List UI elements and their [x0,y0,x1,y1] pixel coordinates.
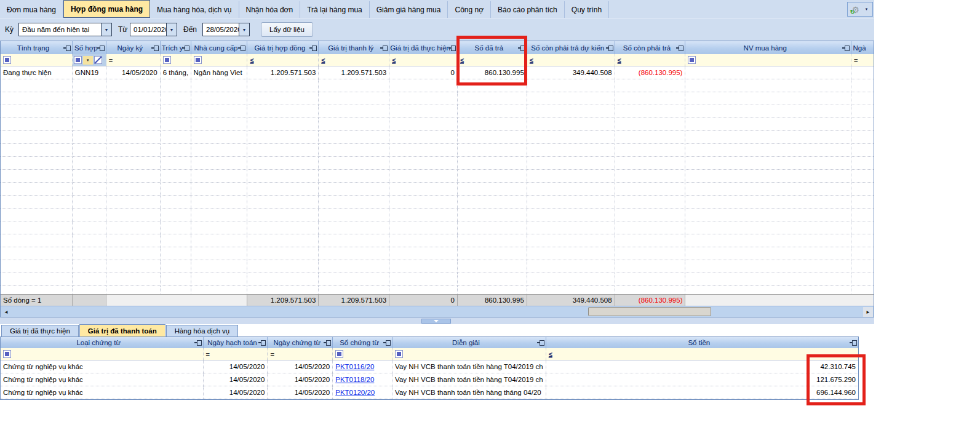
tab-cong-no[interactable]: Công nợ [448,1,491,18]
tab-giam-gia-hang-mua[interactable]: Giảm giá hàng mua [370,1,448,18]
pushpin-icon[interactable] [676,46,683,50]
pushpin-icon[interactable] [238,46,245,50]
horizontal-scrollbar[interactable]: ◄ ► [1,306,874,317]
column-header-gia-tri-thanh-ly[interactable]: Giá trị thanh lý [319,41,389,54]
column-header-gia-tri-hop-dong[interactable]: Giá trị hợp đồng [247,41,319,54]
filter-cell-so-con-phai-tra-du-kien[interactable]: ≤ [527,54,615,66]
filter-cell-tinh-trang[interactable] [1,54,73,66]
column-header-nha-cung-cap[interactable]: Nhà cung cấp [191,41,248,54]
pushpin-icon[interactable] [182,46,189,50]
column-header-so-con-phai-tra[interactable]: Số còn phải trả [615,41,686,54]
chevron-down-icon[interactable]: ▼ [239,23,249,36]
filter-cell-so-con-phai-tra[interactable]: ≤ [615,54,686,66]
tab-tra-lai-hang-mua[interactable]: Trả lại hàng mua [300,1,370,18]
document-link[interactable]: PKT0116/20 [335,363,374,370]
equals-operator-icon[interactable]: = [109,57,113,64]
tab-quy-trinh[interactable]: Quy trình [565,1,609,18]
pushpin-icon[interactable] [448,46,455,50]
lte-operator-icon[interactable]: ≤ [392,57,396,64]
column-header-so-tien[interactable]: Số tiền [546,337,858,348]
arrow-left-icon[interactable]: ◄ [1,307,11,317]
arrow-right-icon[interactable]: ► [863,307,873,317]
chevron-down-icon[interactable]: ▼ [166,23,177,36]
lte-operator-icon[interactable]: ≤ [321,57,325,64]
column-header-gia-tri-da-thuc-hien[interactable]: Giá trị đã thực hiện [389,41,458,54]
pushpin-icon[interactable] [606,46,613,50]
scrollbar-thumb[interactable] [588,307,711,316]
filter-cell-ngay-hach-toan[interactable]: = [204,348,268,360]
filter-cell-ngay-chung-tu[interactable]: = [268,348,333,360]
column-header-trich-yeu[interactable]: Trích y [161,41,191,54]
pane-splitter[interactable] [0,317,874,324]
filter-cell-so-hop-dong[interactable]: ▼ [73,54,106,66]
filter-cell-ngay-ky[interactable]: = [106,54,161,66]
contract-row[interactable]: Đang thực hiện GNN19 14/05/2020 6 tháng,… [1,66,874,79]
tab-hang-hoa-dich-vu[interactable]: Hàng hóa dịch vụ [166,325,239,336]
tab-bao-cao-phan-tich[interactable]: Báo cáo phân tích [491,1,565,18]
filter-cell-trich-yeu[interactable] [161,54,191,66]
pushpin-icon[interactable] [258,340,265,345]
column-header-tinh-trang[interactable]: Tình trạng [1,41,73,54]
payment-row[interactable]: Chứng từ nghiệp vụ khác 14/05/2020 14/05… [1,373,858,386]
tab-mua-hang-hoa-dich-vu[interactable]: Mua hàng hóa, dịch vụ [150,1,239,18]
filter-cell-so-chung-tu[interactable] [333,348,392,360]
filter-checkbox-icon[interactable] [335,350,343,358]
edit-filter-icon[interactable] [94,56,102,64]
from-date-picker[interactable]: 01/01/2020 ▼ [130,23,177,36]
load-data-button[interactable]: Lấy dữ liệu [261,22,313,37]
filter-cell-nha-cung-cap[interactable] [191,54,248,66]
pushpin-icon[interactable] [380,46,387,50]
filter-cell-gia-tri-da-thuc-hien[interactable]: ≤ [389,54,458,66]
pushpin-icon[interactable] [324,340,330,345]
payment-row[interactable]: Chứng từ nghiệp vụ khác 14/05/2020 14/05… [1,360,858,373]
column-header-so-hop-dong[interactable]: Số hợp [73,41,106,54]
column-header-ngay[interactable]: Ngà [851,41,874,54]
pushpin-icon[interactable] [850,340,856,345]
equals-operator-icon[interactable]: = [206,351,210,358]
filter-cell-gia-tri-thanh-ly[interactable]: ≤ [319,54,389,66]
lte-operator-icon[interactable]: ≤ [250,57,253,64]
filter-cell-ngay[interactable]: = [851,54,874,66]
filter-checkbox-icon[interactable] [688,56,696,64]
pushpin-icon[interactable] [383,340,390,345]
pushpin-icon[interactable] [97,46,104,50]
chevron-down-icon[interactable]: ▼ [101,23,111,36]
column-header-loai-chung-tu[interactable]: Loại chứng từ [1,337,204,348]
filter-checkbox-icon[interactable] [395,350,403,358]
to-date-picker[interactable]: 28/05/2020 ▼ [202,23,250,36]
tab-hop-dong-mua-hang[interactable]: Hợp đồng mua hàng [63,0,150,18]
lte-operator-icon[interactable]: ≤ [549,351,552,358]
tab-don-mua-hang[interactable]: Đơn mua hàng [0,1,63,18]
tab-nhan-hoa-don[interactable]: Nhận hóa đơn [239,1,301,18]
pushpin-icon[interactable] [842,46,849,50]
pushpin-icon[interactable] [194,340,201,345]
column-header-so-chung-tu[interactable]: Số chứng từ [333,337,392,348]
pushpin-icon[interactable] [309,46,316,50]
filter-checkbox-icon[interactable] [194,56,202,64]
column-header-ngay-chung-tu[interactable]: Ngày chứng từ [268,337,333,348]
lte-operator-icon[interactable]: ≤ [618,57,621,64]
column-header-nv-mua-hang[interactable]: NV mua hàng [685,41,851,54]
tab-gia-tri-da-thuc-hien[interactable]: Giá trị đã thực hiện [1,325,79,336]
lte-operator-icon[interactable]: ≤ [530,57,533,64]
filter-checkbox-icon[interactable] [3,350,11,358]
filter-cell-nv-mua-hang[interactable] [685,54,851,66]
chevron-down-icon[interactable]: ▼ [83,56,93,65]
pushpin-icon[interactable] [63,46,70,50]
tab-gia-tri-da-thanh-toan[interactable]: Giá trị đã thanh toán [79,324,165,336]
equals-operator-icon[interactable]: = [270,351,274,358]
document-link[interactable]: PKT0118/20 [335,376,374,383]
payment-row[interactable]: Chứng từ nghiệp vụ khác 14/05/2020 14/05… [1,386,858,399]
pushpin-icon[interactable] [151,46,158,50]
period-select[interactable]: Đầu năm đến hiện tại ▼ [18,23,112,36]
equals-operator-icon[interactable]: = [854,57,858,64]
filter-checkbox-icon[interactable] [3,56,11,64]
filter-checkbox-icon[interactable] [163,56,171,64]
column-header-ngay-ky[interactable]: Ngày ký [106,41,161,54]
filter-cell-dien-giai[interactable] [392,348,546,360]
pushpin-icon[interactable] [537,340,544,345]
filter-cell-loai-chung-tu[interactable] [1,348,204,360]
filter-checkbox-icon[interactable] [74,56,82,64]
column-header-dien-giai[interactable]: Diễn giải [392,337,546,348]
filter-cell-gia-tri-hop-dong[interactable]: ≤ [247,54,319,66]
